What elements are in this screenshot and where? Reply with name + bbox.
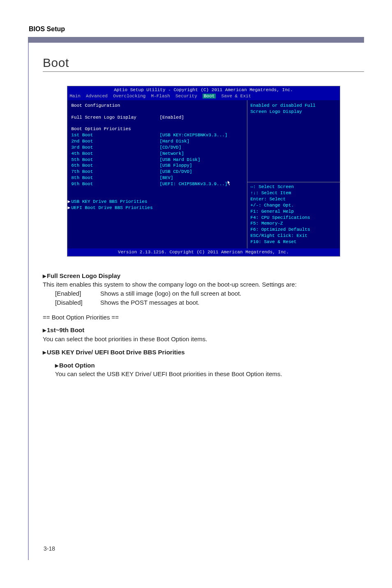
header-divider	[28, 37, 364, 43]
bios-boot-value: [UEFI: CHIPSBNKv3.3.9...]	[160, 181, 231, 187]
bios-boot-value: [CD/DVD]	[160, 145, 182, 151]
bios-menu: Main Advanced Overclocking M-Flash Secur…	[67, 93, 340, 100]
section-heading: Boot	[43, 56, 364, 72]
bios-title: Aptio Setup Utility - Copyright (C) 2011…	[67, 86, 340, 93]
bios-boot-label: 6th Boot	[71, 163, 160, 169]
bios-boot-label: 3rd Boot	[71, 145, 160, 151]
bios-help-text: Screen Logo Display	[251, 109, 337, 115]
triangle-icon: ▶	[68, 205, 71, 211]
bios-hint: F10: Save & Reset	[251, 239, 337, 245]
bios-footer: Version 2.13.1216. Copyright (C) 2011 Am…	[67, 248, 340, 256]
triangle-icon: ▶	[68, 199, 71, 205]
bios-boot-value: [Hard Disk]	[160, 138, 190, 145]
bios-menu-item: Overclocking	[113, 94, 145, 99]
doc-divider: == Boot Option Priorities ==	[43, 313, 364, 322]
page-header: BIOS Setup	[28, 25, 364, 36]
bios-submenu: ▶UEFI Boot Drive BBS Priorities	[71, 205, 244, 211]
bios-boot-value: [USB KEY:CHIPSBNKv3.3...]	[160, 132, 228, 138]
bios-menu-item: Save & Exit	[221, 94, 251, 99]
bios-boot-value: [USB Floppy]	[160, 163, 192, 169]
doc-item-heading: ▶Full Screen Logo Display	[43, 271, 364, 280]
bios-boot-label: 7th Boot	[71, 169, 160, 175]
bios-boot-value: [Network]	[160, 151, 184, 157]
doc-item-heading: ▶1st~9th Boot	[43, 326, 364, 335]
bios-boot-value: [USB Hard Disk]	[160, 157, 201, 163]
bios-boot-label: 5th Boot	[71, 157, 160, 163]
bios-hint: ↑↓: Select Item	[251, 190, 337, 196]
bios-menu-item: Advanced	[86, 94, 108, 99]
triangle-icon: ▶	[43, 350, 47, 355]
bios-boot-value: [USB CD/DVD]	[160, 169, 192, 175]
bios-menu-item: M-Flash	[151, 94, 170, 99]
bios-menu-item: Security	[175, 94, 197, 99]
bios-boot-label: 2nd Boot	[71, 138, 160, 145]
bios-boot-label: 4th Boot	[71, 151, 160, 157]
bios-option-value: [Enabled]	[160, 115, 184, 121]
bios-hint: F4: CPU Specifications	[251, 215, 337, 221]
triangle-icon: ▶	[55, 363, 59, 368]
bios-hint: ESC/Right Click: Exit	[251, 233, 337, 239]
bios-group-title: Boot Option Priorities	[71, 126, 244, 132]
doc-option-value: Shows the POST messages at boot.	[100, 298, 200, 307]
bios-left-panel: Boot Configuration Full Screen Logo Disp…	[67, 100, 247, 248]
bios-hint: +/-: Change Opt.	[251, 202, 337, 209]
triangle-icon: ▶	[43, 328, 47, 333]
doc-paragraph: This item enables this system to show th…	[43, 280, 364, 289]
triangle-icon: ▶	[43, 273, 47, 278]
bios-submenu: ▶USB KEY Drive BBS Priorities	[71, 199, 244, 205]
bios-menu-item: Main	[70, 94, 81, 99]
doc-paragraph: You can select the USB KEY Drive/ UEFI B…	[55, 370, 364, 379]
bios-option-label: Full Screen Logo Display	[71, 115, 160, 121]
doc-paragraph: You can select the boot priorities in th…	[43, 335, 364, 344]
bios-menu-item-selected: Boot	[203, 94, 216, 99]
doc-option-value: Shows a still image (logo) on the full s…	[100, 289, 242, 298]
doc-option-key: [Enabled]	[55, 289, 100, 298]
cursor-icon	[228, 181, 231, 186]
page-number: 3-18	[44, 545, 55, 552]
bios-boot-label: 1st Boot	[71, 132, 160, 138]
bios-hint: F6: Optimized Defaults	[251, 227, 337, 233]
doc-item-heading: ▶Boot Option	[55, 361, 364, 370]
bios-hint: F1: General Help	[251, 209, 337, 215]
bios-help-text: Enabled or disabled Full	[251, 103, 337, 109]
bios-boot-value: [BEV]	[160, 175, 173, 181]
doc-item-heading: ▶USB KEY Drive/ UEFI Boot Drive BBS Prio…	[43, 348, 364, 357]
doc-option-key: [Disabled]	[55, 298, 100, 307]
bios-hint: ↔: Select Screen	[251, 184, 337, 190]
bios-boot-label: 8th Boot	[71, 175, 160, 181]
bios-boot-label: 9th Boot	[71, 181, 160, 187]
bios-hint: Enter: Select	[251, 196, 337, 202]
bios-right-panel: Enabled or disabled Full Screen Logo Dis…	[247, 100, 340, 248]
bios-screenshot: Aptio Setup Utility - Copyright (C) 2011…	[67, 86, 340, 257]
bios-hint: F5: Memory-Z	[251, 220, 337, 227]
bios-group-title: Boot Configuration	[71, 103, 244, 109]
bios-right-divider	[247, 182, 340, 182]
